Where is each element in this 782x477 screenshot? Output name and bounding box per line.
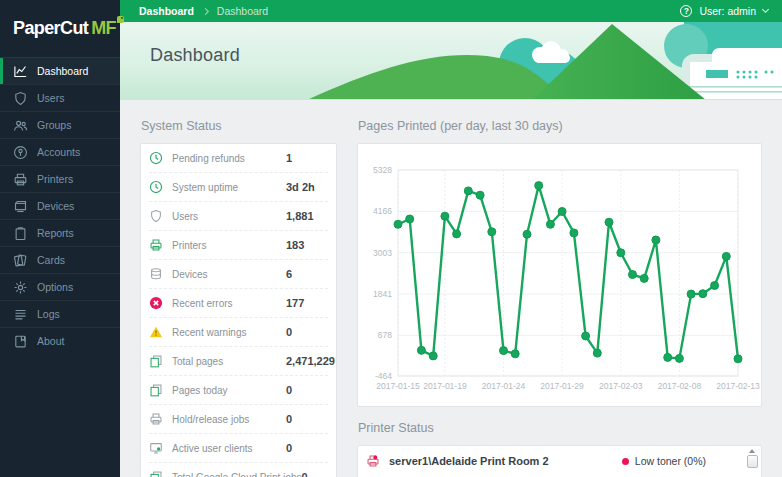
system-status-title: System Status xyxy=(141,119,337,134)
svg-text:5328: 5328 xyxy=(373,165,392,175)
status-row-system-uptime: System uptime3d 2h xyxy=(149,173,328,202)
logo-text: PaperCut xyxy=(13,18,88,38)
sidebar-item-options[interactable]: Options xyxy=(0,273,120,300)
sidebar-item-dashboard[interactable]: Dashboard xyxy=(0,57,120,84)
pages-printed-chart: 5328416630031841678-4642017-01-152017-01… xyxy=(357,143,762,407)
status-label: Hold/release jobs xyxy=(172,414,286,425)
sidebar-item-label: Groups xyxy=(37,119,71,131)
error-icon xyxy=(149,296,163,310)
low-toner-dot-icon xyxy=(622,458,629,465)
sidebar-item-label: Cards xyxy=(37,254,65,266)
sidebar-item-devices[interactable]: Devices xyxy=(0,192,120,219)
pages-printed-title: Pages Printed (per day, last 30 days) xyxy=(358,119,762,134)
sidebar-item-about[interactable]: About xyxy=(0,327,120,354)
status-row-pending-refunds: Pending refunds1 xyxy=(149,144,328,173)
help-icon[interactable]: ? xyxy=(680,5,692,17)
shield-icon xyxy=(149,209,163,223)
hills-illustration xyxy=(282,22,782,100)
sidebar-item-users[interactable]: Users xyxy=(0,84,120,111)
sidebar-item-label: Reports xyxy=(37,227,74,239)
svg-text:3003: 3003 xyxy=(373,248,392,258)
status-value: 3d 2h xyxy=(286,181,328,193)
papercut-app: PaperCutMF DashboardUsersGroupsAccountsP… xyxy=(0,0,782,477)
sidebar-item-accounts[interactable]: Accounts xyxy=(0,138,120,165)
status-label: Total pages xyxy=(172,356,286,367)
status-value: 1 xyxy=(286,152,328,164)
status-value: 2,471,229 xyxy=(286,355,328,367)
printer-name-link[interactable]: server1\Adelaide Print Room 2 xyxy=(389,455,549,467)
svg-text:2017-01-15: 2017-01-15 xyxy=(376,381,420,391)
status-label: Recent errors xyxy=(172,298,286,309)
sidebar-item-label: Logs xyxy=(37,308,60,320)
status-row-printers: Printers183 xyxy=(149,231,328,260)
printer-status-indicator: Low toner (0%) xyxy=(622,446,706,476)
scroll-up-icon[interactable] xyxy=(749,449,755,453)
stack-icon xyxy=(149,267,163,281)
reports-icon xyxy=(13,226,28,241)
status-value: 0 xyxy=(286,413,328,425)
status-value: 183 xyxy=(286,239,328,251)
printer-alert-icon xyxy=(366,454,380,468)
status-value: 0 xyxy=(286,384,328,396)
logo-leaf-icon xyxy=(117,16,124,23)
status-label: Pending refunds xyxy=(172,153,286,164)
printer-icon xyxy=(149,238,163,252)
status-row-recent-errors: Recent errors177 xyxy=(149,289,328,318)
status-value: 0 xyxy=(286,442,328,454)
sidebar-item-reports[interactable]: Reports xyxy=(0,219,120,246)
svg-text:2017-01-29: 2017-01-29 xyxy=(540,381,584,391)
status-value: 0 xyxy=(302,471,344,477)
sidebar-item-groups[interactable]: Groups xyxy=(0,111,120,138)
status-value: 0 xyxy=(286,326,328,338)
breadcrumb-item-dashboard[interactable]: Dashboard xyxy=(139,5,194,17)
sidebar-item-logs[interactable]: Logs xyxy=(0,300,120,327)
logs-icon xyxy=(13,307,28,322)
sidebar-item-label: Dashboard xyxy=(37,65,88,77)
status-label: Recent warnings xyxy=(172,327,286,338)
chevron-down-icon xyxy=(762,6,769,13)
line-chart-canvas: 5328416630031841678-4642017-01-152017-01… xyxy=(358,144,761,406)
status-label: Devices xyxy=(172,269,286,280)
printer-list-scrollbar[interactable] xyxy=(746,449,758,468)
sidebar-item-label: Users xyxy=(37,92,64,104)
status-label: System uptime xyxy=(172,182,286,193)
app-logo[interactable]: PaperCutMF xyxy=(0,0,120,57)
groups-icon xyxy=(13,118,28,133)
status-label: Total Google Cloud Print jobs xyxy=(172,472,302,477)
devices-icon xyxy=(13,199,28,214)
printer-row-server1-adelaide-print-room-2: server1\Adelaide Print Room 2Low toner (… xyxy=(358,446,761,476)
printer-gray-icon xyxy=(149,412,163,426)
sidebar-item-printers[interactable]: Printers xyxy=(0,165,120,192)
clock-icon xyxy=(149,180,163,194)
status-row-total-google-cloud-print-jobs: Total Google Cloud Print jobs0 xyxy=(149,463,328,477)
status-value: 177 xyxy=(286,297,328,309)
status-row-total-pages: Total pages2,471,229 xyxy=(149,347,328,376)
status-label: Printers xyxy=(172,240,286,251)
svg-text:2017-02-03: 2017-02-03 xyxy=(599,381,643,391)
status-value: 6 xyxy=(286,268,328,280)
printer-status-title: Printer Status xyxy=(358,421,762,436)
status-row-pages-today: Pages today0 xyxy=(149,376,328,405)
printers-icon xyxy=(13,172,28,187)
pages-icon xyxy=(149,354,163,368)
status-value: 1,881 xyxy=(286,210,328,222)
printer-status-card: server1\Adelaide Print Room 2Low toner (… xyxy=(357,445,762,477)
topbar: Dashboard Dashboard ? User: admin xyxy=(120,0,782,22)
status-row-recent-warnings: Recent warnings0 xyxy=(149,318,328,347)
sidebar: PaperCutMF DashboardUsersGroupsAccountsP… xyxy=(0,0,120,477)
user-menu-label: User: admin xyxy=(699,5,756,17)
status-label: Active user clients xyxy=(172,443,286,454)
sidebar-item-cards[interactable]: Cards xyxy=(0,246,120,273)
pages-icon xyxy=(149,470,163,477)
printer-status-text: Low toner (0%) xyxy=(635,455,706,467)
about-icon xyxy=(13,334,28,349)
status-label: Pages today xyxy=(172,385,286,396)
status-row-hold-release-jobs: Hold/release jobs0 xyxy=(149,405,328,434)
accounts-icon xyxy=(13,145,28,160)
content-area: System Status Pending refunds1System upt… xyxy=(120,100,782,477)
svg-text:-464: -464 xyxy=(375,371,392,381)
sidebar-item-label: Printers xyxy=(37,173,73,185)
scrollbar-thumb[interactable] xyxy=(747,455,758,468)
user-menu[interactable]: ? User: admin xyxy=(680,5,768,17)
options-icon xyxy=(13,280,28,295)
